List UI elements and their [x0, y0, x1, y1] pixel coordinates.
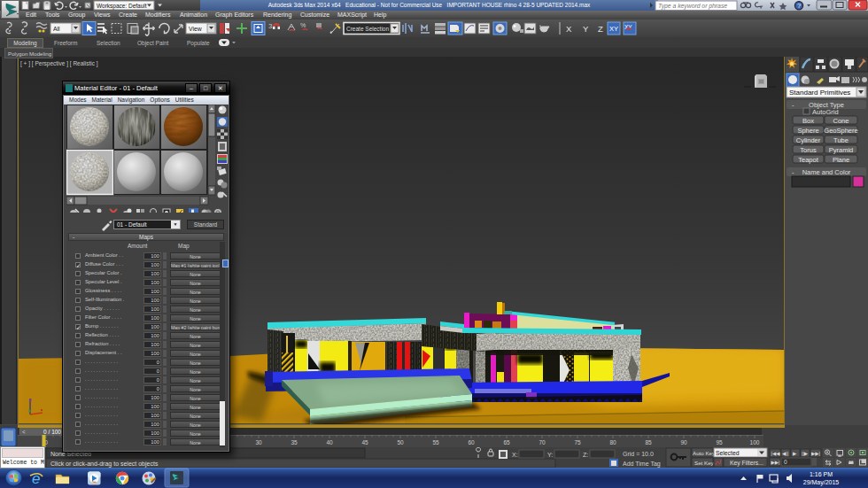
- svg-text:45: 45: [361, 439, 368, 445]
- svg-text:Type a keyword or phrase: Type a keyword or phrase: [658, 3, 727, 10]
- svg-text:Sphere: Sphere: [797, 127, 818, 135]
- svg-text:40: 40: [326, 439, 333, 445]
- svg-text:65: 65: [503, 439, 510, 445]
- svg-text:Box: Box: [802, 117, 814, 125]
- svg-text:Z: Z: [598, 24, 603, 34]
- svg-text:AutoGrid: AutoGrid: [812, 108, 839, 116]
- svg-text:View: View: [189, 26, 202, 32]
- svg-text:Pyramid: Pyramid: [829, 146, 854, 154]
- svg-text:GeoSphere: GeoSphere: [824, 127, 857, 135]
- svg-text:80: 80: [609, 439, 616, 445]
- svg-text:◀||: ◀||: [782, 451, 788, 456]
- svg-text:50: 50: [397, 439, 404, 445]
- svg-text:Set Key: Set Key: [694, 460, 715, 466]
- svg-text:X:: X:: [512, 452, 518, 458]
- svg-text:Grid = 10.0: Grid = 10.0: [623, 451, 654, 457]
- svg-text:90: 90: [680, 439, 687, 445]
- svg-text:Plane: Plane: [833, 156, 849, 164]
- svg-text:Cone: Cone: [833, 117, 849, 125]
- svg-text:▶▶|: ▶▶|: [811, 451, 820, 456]
- svg-text:3: 3: [268, 22, 273, 30]
- svg-text:60: 60: [468, 439, 475, 445]
- svg-text:1:16 PM: 1:16 PM: [810, 471, 833, 477]
- svg-text:Workspace: Default: Workspace: Default: [97, 3, 147, 10]
- svg-text:%: %: [300, 22, 306, 28]
- svg-text:XY: XY: [609, 25, 618, 33]
- svg-text:100: 100: [750, 439, 760, 445]
- svg-text:29/May/2015: 29/May/2015: [803, 479, 840, 486]
- svg-text:Cylinder: Cylinder: [796, 136, 821, 144]
- svg-text:Name and Color: Name and Color: [802, 168, 851, 176]
- svg-text:All: All: [53, 26, 60, 32]
- svg-text:95: 95: [716, 439, 723, 445]
- svg-text:Teapot: Teapot: [798, 156, 818, 164]
- svg-text:Y: Y: [583, 24, 589, 34]
- svg-text:Create Selection Se: Create Selection Se: [346, 26, 398, 32]
- svg-text:0: 0: [784, 459, 787, 465]
- svg-text:55: 55: [432, 439, 439, 445]
- svg-text:Tube: Tube: [833, 136, 849, 144]
- svg-text:X: X: [566, 24, 572, 34]
- svg-text:||▶: ||▶: [802, 451, 809, 456]
- svg-text:Selected: Selected: [716, 450, 740, 456]
- svg-text:?: ?: [797, 2, 801, 10]
- svg-text:30: 30: [255, 439, 262, 445]
- svg-text:Z:: Z:: [583, 452, 588, 458]
- svg-text:▶▶|: ▶▶|: [771, 460, 780, 465]
- svg-text:Key Filters...: Key Filters...: [730, 460, 763, 467]
- svg-text:85: 85: [645, 439, 652, 445]
- svg-text:|◀◀: |◀◀: [771, 451, 781, 456]
- svg-text:Click or click-and-drag to sel: Click or click-and-drag to select object…: [50, 461, 159, 468]
- svg-text:Add Time Tag: Add Time Tag: [623, 461, 661, 468]
- svg-text:e: e: [32, 470, 40, 487]
- svg-text:Y:: Y:: [547, 452, 553, 458]
- svg-text:75: 75: [574, 439, 581, 445]
- svg-text:Standard Primitives: Standard Primitives: [789, 89, 850, 97]
- svg-text:35: 35: [291, 439, 298, 445]
- svg-text:Torus: Torus: [800, 146, 817, 154]
- svg-text:0 / 100: 0 / 100: [43, 429, 61, 435]
- svg-text:70: 70: [539, 439, 546, 445]
- svg-text:<: <: [22, 429, 26, 435]
- svg-text:Auto Key: Auto Key: [693, 450, 716, 456]
